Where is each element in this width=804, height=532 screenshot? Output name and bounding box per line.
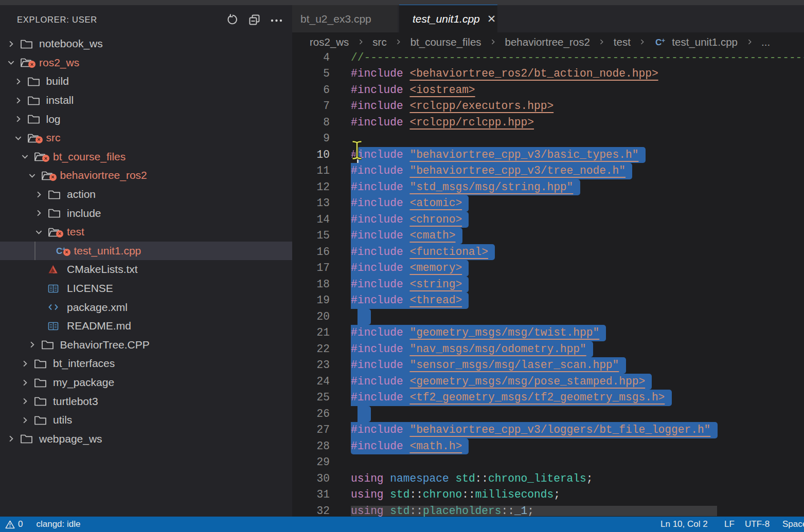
svg-text:C: C bbox=[56, 246, 62, 256]
svg-text:C: C bbox=[655, 38, 662, 47]
svg-text:+: + bbox=[662, 37, 665, 44]
